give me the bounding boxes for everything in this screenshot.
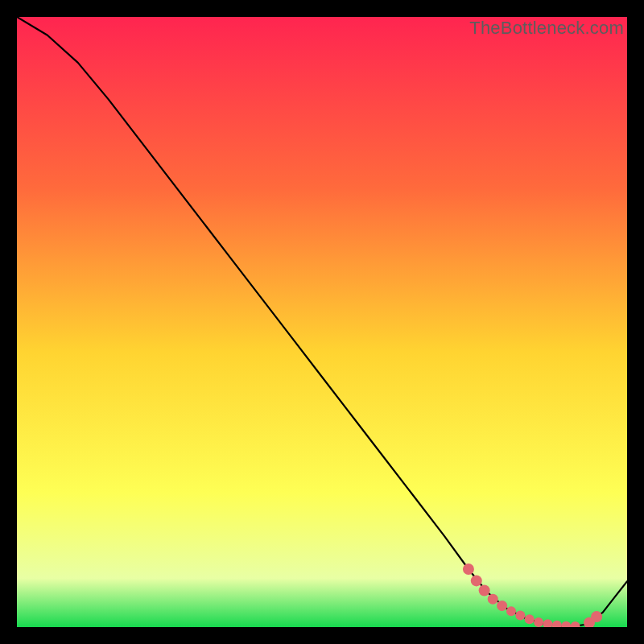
marker-dot [591, 611, 602, 622]
watermark-text: TheBottleneck.com [469, 18, 624, 39]
plot-area [17, 17, 627, 627]
gradient-background [17, 17, 627, 627]
plot-svg [17, 17, 627, 627]
marker-dot [471, 575, 482, 586]
marker-dot [497, 601, 507, 611]
marker-dot [479, 585, 490, 597]
marker-dot [488, 594, 498, 605]
marker-dot [515, 611, 525, 621]
marker-dot [463, 564, 474, 575]
marker-dot [534, 617, 543, 627]
marker-dot [506, 606, 516, 616]
marker-dot [525, 614, 535, 624]
chart-frame: TheBottleneck.com [17, 17, 627, 627]
